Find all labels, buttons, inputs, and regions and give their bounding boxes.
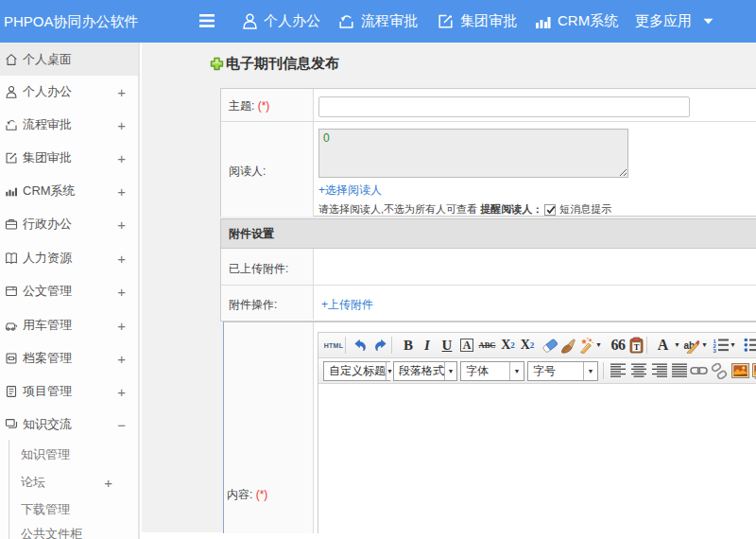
svg-text:3: 3	[713, 348, 717, 353]
svg-text:T: T	[633, 342, 639, 352]
